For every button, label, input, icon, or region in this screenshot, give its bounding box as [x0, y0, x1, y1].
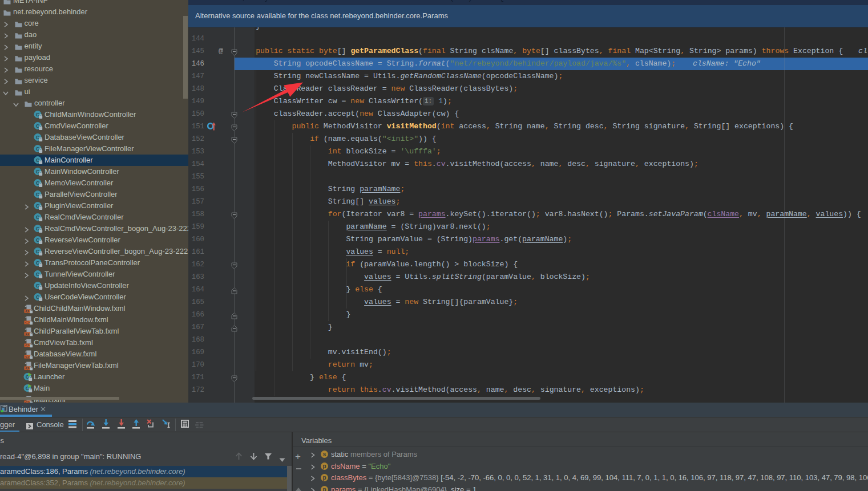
svg-text:<>: <>	[25, 332, 30, 336]
svg-text:<>: <>	[25, 344, 30, 348]
svg-text:<>: <>	[25, 355, 30, 359]
svg-text:<>: <>	[25, 310, 30, 314]
svg-text:<>: <>	[25, 321, 30, 325]
svg-text:<>: <>	[25, 367, 30, 371]
